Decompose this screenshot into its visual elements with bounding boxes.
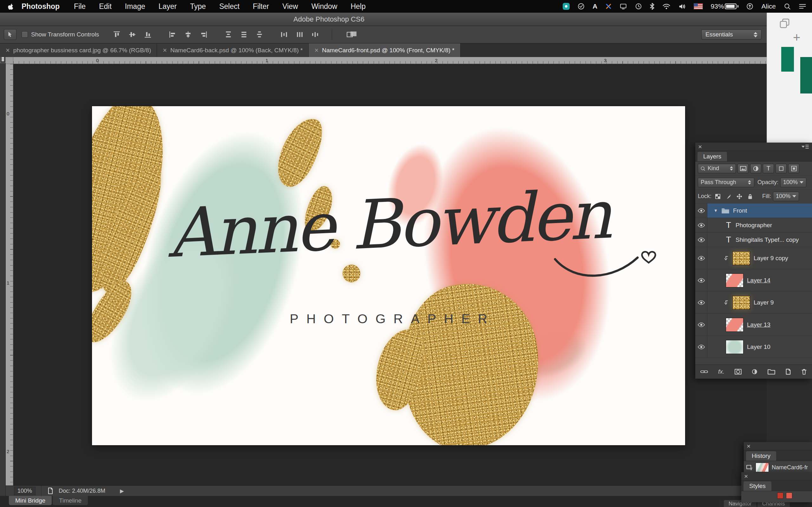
align-top-edges-icon[interactable] [110,29,124,40]
notification-center-icon[interactable] [799,3,806,9]
layer-name[interactable]: Shingitalis Typef... copy [735,236,799,243]
filter-shape-layers-icon[interactable] [775,164,786,173]
layer-row-layer9-copy[interactable]: Layer 9 copy [695,247,812,269]
user-menu[interactable]: Alice [761,3,776,10]
tab-timeline[interactable]: Timeline [53,496,88,505]
filter-type-layers-icon[interactable]: T [763,164,774,173]
layer-name[interactable]: Layer 13 [747,321,770,328]
align-horizontal-centers-icon[interactable] [181,29,195,40]
check-circle-icon[interactable] [577,3,585,10]
horizontal-ruler[interactable]: 0 1 2 3 [13,57,767,64]
workspace-switcher[interactable]: Essentials [701,30,762,40]
lock-position-icon[interactable] [735,192,744,201]
visibility-toggle[interactable] [695,314,707,336]
menu-image[interactable]: Image [125,2,145,11]
opacity-input[interactable]: 100% [780,178,806,187]
vertical-ruler[interactable]: 0 1 2 [6,64,13,486]
panel-close-icon[interactable]: × [744,473,748,480]
filter-smart-objects-icon[interactable] [788,164,799,173]
layer-row-layer13[interactable]: Layer 13 [695,314,812,336]
panel-menu-icon[interactable] [801,144,809,149]
visibility-toggle[interactable] [695,204,707,218]
layer-row-layer9[interactable]: Layer 9 [695,291,812,314]
layer-name[interactable]: Layer 10 [747,343,770,350]
doc-tab-1[interactable]: × photographer bussiness card.jpg @ 66.7… [0,43,157,57]
new-group-folder-icon[interactable] [768,369,775,375]
blend-mode-select[interactable]: Pass Through [698,178,754,187]
layer-row-front[interactable]: ▼ Front [695,204,812,218]
window-title-bar[interactable]: Adobe Photoshop CS6 [0,13,767,26]
align-left-edges-icon[interactable] [165,29,180,40]
layer-name[interactable]: Layer 9 copy [754,255,788,262]
bluetooth-icon[interactable] [650,3,654,10]
tab-styles[interactable]: Styles [744,481,771,491]
input-source-icon[interactable]: A [593,3,597,10]
history-state-name[interactable]: NameCard6-fr [772,464,808,471]
distribute-top-edges-icon[interactable] [221,29,235,40]
app-status-icon[interactable] [563,3,570,10]
layer-thumbnail[interactable] [732,296,750,309]
align-bottom-edges-icon[interactable] [141,29,155,40]
menu-layer[interactable]: Layer [159,2,177,11]
layer-name[interactable]: Front [733,207,747,214]
delete-layer-trash-icon[interactable] [801,369,807,375]
layer-name[interactable]: Photographer [735,222,772,229]
visibility-toggle[interactable] [695,291,707,314]
doc-tab-3-active[interactable]: × NameCard6-front.psd @ 100% (Front, CMY… [309,43,460,57]
lock-transparency-icon[interactable] [713,192,722,201]
tab-history[interactable]: History [746,451,776,461]
history-state-row[interactable]: NameCard6-fr [744,461,812,474]
plus-icon[interactable]: + [793,31,800,44]
visibility-toggle[interactable] [695,247,707,269]
tab-close-icon[interactable]: × [314,47,318,54]
tab-close-icon[interactable]: × [163,47,167,54]
menu-file[interactable]: File [74,2,86,11]
layer-thumbnail[interactable] [726,274,744,287]
tab-close-icon[interactable]: × [6,47,10,54]
filter-kind-select[interactable]: Kind [698,164,736,173]
layer-thumbnail[interactable] [732,251,750,265]
menu-edit[interactable]: Edit [99,2,112,11]
zoom-level[interactable]: 100% [14,487,36,495]
layer-thumbnail[interactable] [726,318,744,332]
ruler-corner[interactable] [6,57,13,64]
layer-row-shingitalis[interactable]: T Shingitalis Typef... copy [695,233,812,247]
auto-align-layers-icon[interactable] [343,29,361,40]
align-right-edges-icon[interactable] [197,29,211,40]
visibility-toggle[interactable] [695,269,707,291]
update-circle-icon[interactable] [746,3,753,10]
menu-type[interactable]: Type [190,2,206,11]
tab-mini-bridge[interactable]: Mini Bridge [9,496,52,505]
distribute-bottom-edges-icon[interactable] [252,29,266,40]
time-machine-icon[interactable] [635,3,642,10]
tools-dock-edge[interactable] [0,57,6,496]
tab-layers[interactable]: Layers [698,152,727,161]
layer-thumbnail[interactable] [726,340,744,354]
layer-row-layer10[interactable]: Layer 10 [695,336,812,358]
filter-pixel-layers-icon[interactable] [738,164,749,173]
style-swatch[interactable] [777,493,783,499]
layer-name[interactable]: Layer 9 [754,299,774,306]
group-disclosure-icon[interactable]: ▼ [714,208,718,213]
wifi-icon[interactable] [662,3,670,9]
colored-x-app-icon[interactable] [605,3,612,9]
menu-window[interactable]: Window [311,2,338,11]
layer-row-layer14[interactable]: Layer 14 [695,269,812,291]
lock-pixels-icon[interactable] [724,192,733,201]
battery-indicator[interactable]: 93% [711,3,739,10]
distribute-vertical-centers-icon[interactable] [237,29,251,40]
doc-size-info[interactable]: Doc: 2.40M/26.8M [59,488,105,494]
lock-all-icon[interactable] [746,192,755,201]
new-adjustment-layer-icon[interactable] [752,369,757,375]
menu-select[interactable]: Select [219,2,240,11]
us-flag-icon[interactable] [694,3,703,9]
app-menu[interactable]: Photoshop [21,2,60,11]
fill-input[interactable]: 100% [773,192,799,201]
apple-menu-icon[interactable] [8,3,14,10]
panel-close-icon[interactable]: × [698,143,702,150]
visibility-toggle[interactable] [695,233,707,247]
layer-style-fx-icon[interactable]: fx. [718,368,724,375]
spotlight-search-icon[interactable] [784,3,791,10]
doc-size-icon[interactable] [47,487,54,494]
document-canvas[interactable]: Anne Bowden PHOTOGRAPHER [92,106,685,445]
